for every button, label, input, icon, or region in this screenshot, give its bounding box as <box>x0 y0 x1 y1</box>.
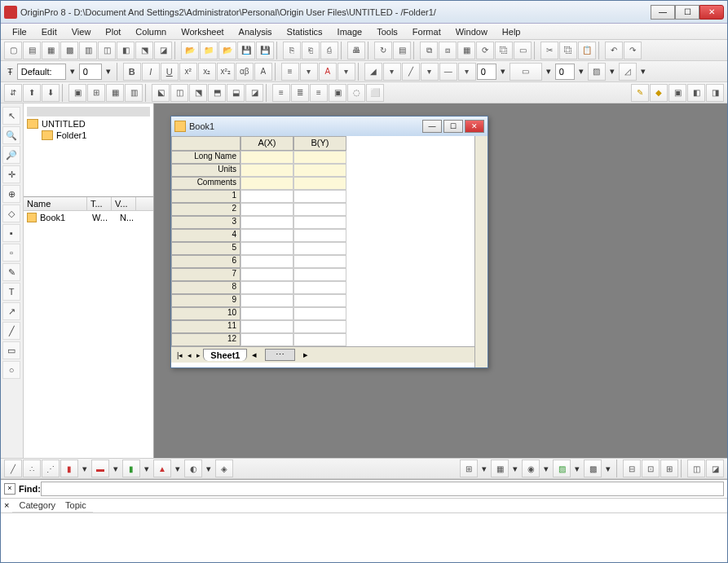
3d-bars-icon[interactable]: ▦ <box>491 460 509 477</box>
row-header[interactable]: 8 <box>171 281 240 294</box>
row-longname[interactable]: Long Name <box>171 151 240 164</box>
symbol-size-combo[interactable] <box>555 64 575 80</box>
cell[interactable] <box>240 216 293 229</box>
column-header-a[interactable]: A(X) <box>240 136 293 151</box>
cell[interactable] <box>240 177 293 190</box>
merge-icon[interactable]: ▣ <box>68 84 86 102</box>
row-header[interactable]: 3 <box>171 216 240 229</box>
cell[interactable] <box>240 190 293 203</box>
refresh-icon[interactable]: ⟳ <box>476 42 494 59</box>
cell[interactable] <box>293 294 346 307</box>
align-middle-icon[interactable]: ⬓ <box>227 84 245 102</box>
image-plot-icon[interactable]: ▩ <box>584 460 602 477</box>
mask5-icon[interactable]: ◨ <box>706 84 724 102</box>
textleft-icon[interactable]: ≡ <box>272 84 290 102</box>
rescale-icon[interactable]: ◫ <box>687 460 705 477</box>
open-icon[interactable]: 📂 <box>181 42 199 59</box>
mask4-icon[interactable]: ◧ <box>687 84 705 102</box>
pattern2-icon[interactable]: ◿ <box>619 63 637 81</box>
cell[interactable] <box>293 151 346 164</box>
font-increase-icon[interactable]: A <box>254 63 272 81</box>
arrow-tool-icon[interactable]: ↗ <box>2 302 20 320</box>
text-tool-icon[interactable]: T <box>2 283 20 301</box>
font-color-dropdown-icon[interactable]: ▾ <box>338 63 355 81</box>
row-header[interactable]: 6 <box>171 255 240 268</box>
cell[interactable] <box>293 242 346 255</box>
explorer-handle[interactable] <box>27 107 150 117</box>
row-header[interactable]: 12 <box>171 333 240 346</box>
list-item[interactable]: Book1 W... N... <box>24 211 153 224</box>
cell[interactable] <box>240 164 293 177</box>
copy-icon[interactable]: ⿻ <box>559 42 577 59</box>
linesymbol-plot-icon[interactable]: ⋰ <box>42 460 60 477</box>
italic-icon[interactable]: I <box>142 63 160 81</box>
row-header[interactable]: 2 <box>171 203 240 216</box>
col-type[interactable]: T... <box>87 197 112 210</box>
data-reader-icon[interactable]: ⊕ <box>2 185 20 203</box>
tree-folder[interactable]: Folder1 <box>27 130 150 141</box>
fill-color-icon[interactable]: ◢ <box>364 63 382 81</box>
font-family-combo[interactable] <box>17 64 66 80</box>
cell[interactable] <box>240 320 293 333</box>
cell[interactable] <box>240 307 293 320</box>
menu-edit[interactable]: Edit <box>35 25 64 38</box>
cell[interactable] <box>293 268 346 281</box>
new-project-icon[interactable]: ▢ <box>4 42 22 59</box>
maximize-button[interactable]: ☐ <box>675 5 699 20</box>
region-tool-icon[interactable]: ▫ <box>2 244 20 262</box>
wb-close-button[interactable]: ✕ <box>465 120 484 133</box>
row-header[interactable]: 1 <box>171 190 240 203</box>
pattern-icon[interactable]: ▨ <box>588 63 606 81</box>
new-notes-icon[interactable]: ◧ <box>117 42 135 59</box>
row-units[interactable]: Units <box>171 164 240 177</box>
sort-desc-icon[interactable]: ⬇ <box>42 84 60 102</box>
line-style-dropdown-icon[interactable]: ▾ <box>458 63 476 81</box>
row-header[interactable]: 9 <box>171 294 240 307</box>
textright-icon[interactable]: ≡ <box>310 84 328 102</box>
new-excel-icon[interactable]: ▦ <box>42 42 60 59</box>
column-plot-icon[interactable]: ▮ <box>60 460 78 477</box>
split-icon[interactable]: ⊞ <box>87 84 105 102</box>
project-explorer-icon[interactable]: ⧉ <box>420 42 438 59</box>
cell[interactable] <box>293 320 346 333</box>
cell[interactable] <box>293 216 346 229</box>
menu-tools[interactable]: Tools <box>370 25 404 38</box>
mask3-icon[interactable]: ▣ <box>668 84 686 102</box>
worksheet[interactable]: A(X) B(Y) Long Name Units Comments 12345… <box>171 136 474 367</box>
column-header-b[interactable]: B(Y) <box>293 136 346 151</box>
bar-plot-icon[interactable]: ▬ <box>91 460 109 477</box>
col-topic[interactable]: Topic <box>65 500 86 510</box>
new-function-icon[interactable]: ⬔ <box>135 42 153 59</box>
grid2-icon[interactable]: ▥ <box>125 84 143 102</box>
3d-plot-icon[interactable]: ◈ <box>215 460 233 477</box>
col-view[interactable]: V... <box>112 197 136 210</box>
sort-asc-icon[interactable]: ⬆ <box>23 84 41 102</box>
template-icon[interactable]: ◪ <box>154 42 172 59</box>
cell[interactable] <box>293 281 346 294</box>
align-dropdown-icon[interactable]: ▾ <box>300 63 318 81</box>
greek-icon[interactable]: αβ <box>236 63 254 81</box>
scatter-plot-icon[interactable]: ∴ <box>23 460 41 477</box>
sort-icon[interactable]: ⇵ <box>4 84 22 102</box>
new-workbook-icon[interactable]: ▤ <box>23 42 41 59</box>
col-category[interactable]: Category <box>19 500 55 510</box>
zoom-in-icon[interactable]: 🔍 <box>2 126 20 144</box>
supersub-icon[interactable]: x²₂ <box>217 63 235 81</box>
line-width-combo[interactable] <box>477 64 496 80</box>
v-scrollbar[interactable] <box>474 136 488 367</box>
cell[interactable] <box>240 281 293 294</box>
redo-icon[interactable]: ↷ <box>624 42 642 59</box>
font-color-icon[interactable]: A <box>319 63 337 81</box>
align-left-text-icon[interactable]: ≡ <box>281 63 299 81</box>
open-excel-icon[interactable]: 📂 <box>218 42 236 59</box>
tree-root[interactable]: UNTITLED <box>27 118 150 130</box>
close-button[interactable]: ✕ <box>699 5 724 20</box>
menu-image[interactable]: Image <box>331 25 369 38</box>
cell[interactable] <box>293 307 346 320</box>
area-plot-icon[interactable]: ▲ <box>153 460 171 477</box>
cell[interactable] <box>293 177 346 190</box>
cell[interactable] <box>240 203 293 216</box>
data-selector-icon[interactable]: ◇ <box>2 205 20 222</box>
cell[interactable] <box>293 333 346 346</box>
cut-icon[interactable]: ✂ <box>540 42 558 59</box>
